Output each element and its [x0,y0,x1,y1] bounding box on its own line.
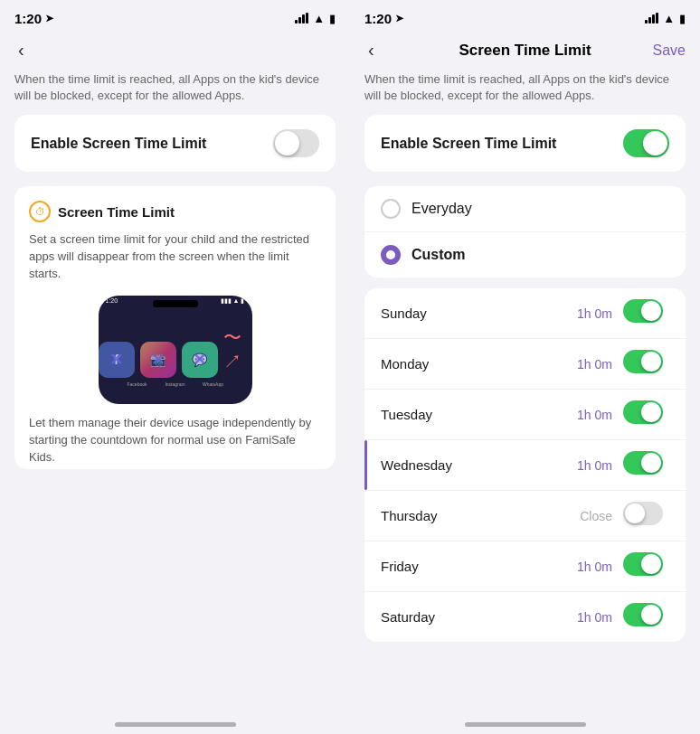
friday-toggle[interactable] [623,552,669,580]
left-home-indicator [115,722,236,727]
right-enable-toggle[interactable] [623,129,669,157]
right-toggle-track[interactable] [623,129,669,157]
instagram-app-icon: 📸 ✕ [140,342,176,378]
app-labels: Facebook Instagram WhatsApp [119,381,232,387]
everyday-radio[interactable] [381,199,401,219]
option-everyday[interactable]: Everyday [364,186,686,232]
wednesday-label: Wednesday [381,457,577,473]
right-battery-icon: ▮ [679,12,686,25]
left-status-bar: 1:20 ➤ ▲ ▮ [0,0,350,33]
phone-mockup: 1:20▮▮▮ ▲ ▮ f ✕ 📸 ✕ [99,296,252,404]
custom-radio[interactable] [381,245,401,265]
thursday-time[interactable]: Close [580,509,612,523]
left-description: When the time limit is reached, all Apps… [0,71,350,115]
right-description: When the time limit is reached, all Apps… [350,71,700,115]
info-card: ⏱ Screen Time Limit Set a screen time li… [14,186,336,468]
days-card: Sunday 1h 0m Monday 1h 0m [364,288,686,642]
left-enable-toggle[interactable] [273,129,319,157]
wifi-icon: ▲ [313,12,325,25]
info-card-title-row: ⏱ Screen Time Limit [29,201,321,222]
blocked-apps-row: f ✕ 📸 ✕ 💬 ✕ [99,325,252,378]
tuesday-label: Tuesday [381,407,577,422]
location-icon: ➤ [45,13,53,24]
thursday-label: Thursday [381,508,580,523]
right-nav: ‹ Screen Time Limit Save [350,33,700,71]
info-card-desc2: Let them manage their device usage indep… [29,415,321,466]
arrow-decoration: 〜↗ [223,325,252,374]
save-button[interactable]: Save [653,42,686,59]
saturday-time[interactable]: 1h 0m [577,610,612,625]
monday-time[interactable]: 1h 0m [577,357,612,372]
left-enable-card: Enable Screen Time Limit [14,115,336,172]
sunday-time[interactable]: 1h 0m [577,306,612,321]
monday-toggle[interactable] [623,350,669,378]
left-back-button[interactable]: ‹ [14,36,28,64]
wednesday-indicator [364,440,367,490]
thursday-row: Thursday Close [364,491,686,541]
left-toggle-track[interactable] [273,129,319,157]
tuesday-row: Tuesday 1h 0m [364,390,686,440]
right-nav-title: Screen Time Limit [459,42,591,60]
options-card: Everyday Custom [364,186,686,278]
right-toggle-thumb [643,131,667,155]
friday-time[interactable]: 1h 0m [577,560,612,574]
right-enable-label: Enable Screen Time Limit [381,136,556,152]
saturday-label: Saturday [381,609,577,625]
right-scroll-area: Everyday Custom Sunday 1h 0m Monda [350,186,700,722]
right-time: 1:20 ➤ [364,11,403,26]
right-status-bar: 1:20 ➤ ▲ ▮ [350,0,700,33]
left-nav: ‹ [0,33,350,71]
friday-label: Friday [381,559,577,574]
right-location-icon: ➤ [395,13,403,24]
tuesday-toggle[interactable] [623,400,669,428]
thursday-toggle[interactable] [623,502,669,530]
right-home-indicator [465,722,586,727]
battery-icon: ▮ [329,12,336,25]
monday-row: Monday 1h 0m [364,339,686,390]
sunday-row: Sunday 1h 0m [364,288,686,339]
sunday-toggle[interactable] [623,299,669,327]
custom-label: Custom [411,247,466,263]
right-back-button[interactable]: ‹ [364,36,378,64]
facebook-app-icon: f ✕ [99,342,135,378]
info-card-title-text: Screen Time Limit [58,204,175,220]
right-signal-icon [645,13,658,24]
option-custom[interactable]: Custom [364,232,686,278]
right-enable-card: Enable Screen Time Limit [364,115,686,172]
tuesday-time[interactable]: 1h 0m [577,408,612,422]
saturday-toggle[interactable] [623,603,669,631]
sunday-label: Sunday [381,306,577,321]
wednesday-toggle[interactable] [623,451,669,479]
wednesday-time[interactable]: 1h 0m [577,458,612,473]
wednesday-row: Wednesday 1h 0m [364,440,686,491]
clock-icon: ⏱ [29,201,51,222]
left-time: 1:20 ➤ [14,11,53,26]
saturday-row: Saturday 1h 0m [364,592,686,642]
whatsapp-app-icon: 💬 ✕ [182,342,218,378]
right-panel: 1:20 ➤ ▲ ▮ ‹ Screen Time Limit Save When… [350,0,700,734]
left-toggle-thumb [275,131,299,155]
friday-row: Friday 1h 0m [364,541,686,592]
left-status-icons: ▲ ▮ [295,12,336,25]
left-panel: 1:20 ➤ ▲ ▮ ‹ When the time limit is reac… [0,0,350,734]
info-card-desc1: Set a screen time limit for your child a… [29,231,321,283]
monday-label: Monday [381,356,577,372]
signal-icon [295,13,308,24]
left-enable-label: Enable Screen Time Limit [31,136,206,152]
right-wifi-icon: ▲ [663,12,675,25]
everyday-label: Everyday [411,201,472,217]
right-status-icons: ▲ ▮ [645,12,686,25]
